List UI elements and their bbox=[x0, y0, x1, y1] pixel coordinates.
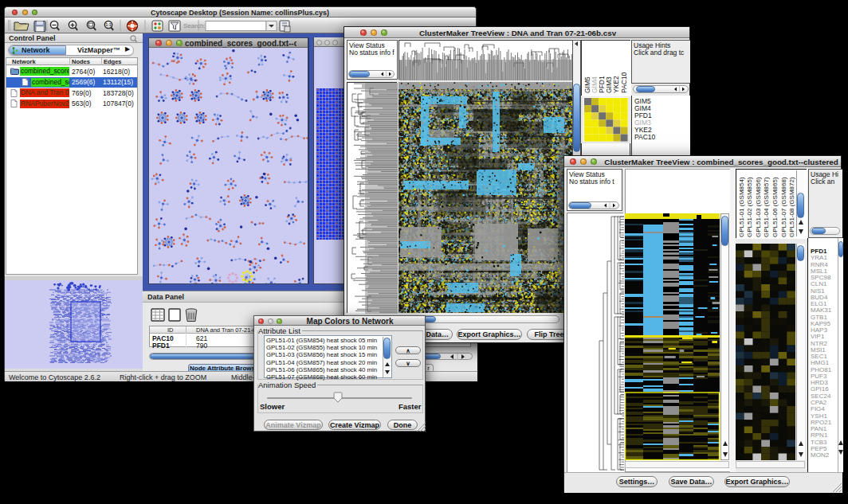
svg-text:GPL51-04 (GSM857): GPL51-04 (GSM857) bbox=[763, 177, 770, 237]
svg-text:GPL51-06 (GSM865): GPL51-06 (GSM865) bbox=[771, 177, 779, 237]
svg-text:GPL51-03 (GSM856): GPL51-03 (GSM856) bbox=[755, 177, 762, 237]
svg-text:Search:: Search: bbox=[183, 22, 206, 29]
svg-text:GPL51-01 (GSM854): GPL51-01 (GSM854) bbox=[738, 177, 745, 237]
svg-text:GPL51-07 (GSM868): GPL51-07 (GSM868) bbox=[780, 177, 787, 237]
svg-text:PAC10: PAC10 bbox=[620, 72, 628, 93]
svg-text:GPL51-08 (GSM872): GPL51-08 (GSM872) bbox=[788, 177, 795, 237]
svg-text:1:1: 1:1 bbox=[105, 22, 111, 27]
svg-text:GPL51-02 (GSM855): GPL51-02 (GSM855) bbox=[746, 177, 753, 237]
